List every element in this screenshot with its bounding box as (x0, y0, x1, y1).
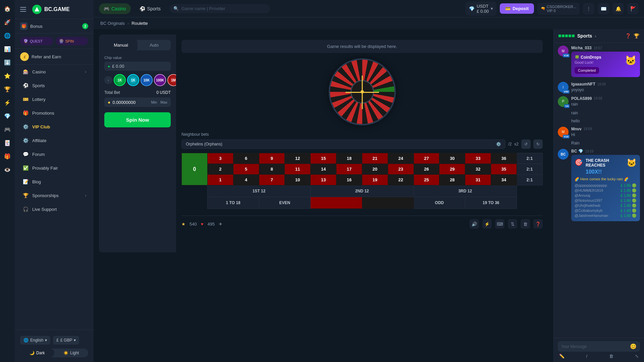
zero-cell[interactable]: 0 (182, 153, 208, 185)
flag-button[interactable]: 🚩 (627, 3, 639, 14)
help-icon[interactable]: ❓ (533, 219, 543, 229)
bonus-row[interactable]: 🎁 Bonus 2 (15, 19, 94, 34)
cell-18[interactable]: 18 (336, 153, 362, 164)
ratio-top[interactable]: 2:1 (517, 153, 542, 164)
trash-icon[interactable]: 🗑 (521, 219, 530, 229)
icon-trophy[interactable]: 🏆 (1, 83, 13, 95)
quest-button[interactable]: 🔮 QUEST (20, 37, 53, 45)
chat-clear-icon[interactable]: 🗑 (609, 354, 613, 359)
chat-slash-icon[interactable]: / (586, 354, 587, 359)
bet-black[interactable] (362, 197, 414, 209)
cell-29[interactable]: 29 (439, 164, 465, 175)
tab-casino[interactable]: 🎮 Casino (99, 3, 131, 14)
cell-32[interactable]: 32 (465, 164, 491, 175)
icon-star2[interactable]: ⭐ (1, 70, 13, 82)
icon-download[interactable]: ⬇️ (1, 56, 13, 68)
lightning-icon[interactable]: ⚡ (482, 219, 492, 229)
icon-home[interactable]: 🏠 (1, 3, 13, 15)
cell-27[interactable]: 27 (414, 153, 439, 164)
undo-btn[interactable]: ↺ (521, 139, 531, 149)
icon-present[interactable]: 🎁 (1, 150, 13, 162)
cell-20[interactable]: 20 (362, 164, 388, 175)
cell-25[interactable]: 25 (414, 175, 439, 185)
mail-button[interactable]: ✉️ (598, 3, 609, 14)
cell-3[interactable]: 3 (207, 153, 233, 164)
redo-btn[interactable]: ↻ (533, 139, 543, 149)
sidebar-item-sports[interactable]: ⚽ Sports (17, 79, 92, 92)
sidebar-item-casino[interactable]: 🎰 Casino › (17, 65, 92, 78)
cell-8[interactable]: 8 (259, 164, 285, 175)
sidebar-item-vip[interactable]: ⚙️ VIP Club (17, 120, 92, 133)
cell-19[interactable]: 19 (362, 175, 388, 185)
sidebar-item-provably-fair[interactable]: ✅ Provably Fair (17, 161, 92, 175)
theme-light-option[interactable]: ☀️ Light (54, 349, 89, 357)
bet-odd[interactable]: ODD (414, 197, 465, 209)
cell-13[interactable]: 13 (311, 175, 336, 185)
chip-1k-1[interactable]: 1K (114, 74, 126, 86)
sidebar-item-promotions[interactable]: 🎁 Promotions (17, 106, 92, 120)
share-icon[interactable]: ✈ (219, 222, 222, 227)
sidebar-item-live-support[interactable]: 🎧 Live Support (17, 202, 92, 216)
icon-globe[interactable]: 🌐 (1, 29, 13, 42)
cell-14[interactable]: 14 (311, 164, 336, 175)
cell-7[interactable]: 7 (259, 175, 285, 185)
cell-1[interactable]: 1 (207, 175, 233, 185)
icon-game[interactable]: 🎮 (1, 123, 13, 135)
chat-trophy-icon[interactable]: 🏆 (634, 33, 639, 39)
cell-5[interactable]: 5 (233, 164, 259, 175)
theme-dark-option[interactable]: 🌙 Dark (20, 349, 54, 357)
sidebar-item-affiliate[interactable]: ⚙️ Affiliate (17, 134, 92, 147)
tab-sports[interactable]: ⚽ Sports (135, 3, 165, 14)
hamburger-menu[interactable] (20, 6, 27, 13)
cell-12[interactable]: 12 (285, 153, 311, 164)
bet-1to18[interactable]: 1 TO 18 (207, 197, 259, 209)
chip-scroll-left[interactable]: ‹ (104, 76, 112, 84)
keyboard-icon[interactable]: ⌨ (495, 219, 504, 229)
cell-24[interactable]: 24 (388, 153, 414, 164)
cell-9[interactable]: 9 (259, 153, 285, 164)
icon-diamond[interactable]: 💎 (1, 110, 13, 122)
cell-36[interactable]: 36 (491, 153, 517, 164)
chip-1k-2[interactable]: 1K (127, 74, 139, 86)
chat-help-icon[interactable]: ❓ (625, 33, 631, 39)
second-12[interactable]: 2ND 12 (311, 185, 414, 197)
bet-min[interactable]: Min (151, 100, 157, 104)
cell-30[interactable]: 30 (439, 153, 465, 164)
sidebar-item-forum[interactable]: 💬 Forum (17, 147, 92, 161)
chat-edit-icon[interactable]: ✏️ (559, 354, 565, 359)
chat-expand-icon[interactable]: ⤡ (635, 354, 639, 359)
spin-button[interactable]: 🎡 SPIN (56, 37, 89, 45)
cell-34[interactable]: 34 (491, 175, 517, 185)
cell-15[interactable]: 15 (311, 153, 336, 164)
orphelins-select[interactable]: Orphelins (Orphans) ⚙️ (181, 139, 505, 149)
cell-16[interactable]: 16 (336, 175, 362, 185)
sidebar-item-blog[interactable]: 📝 Blog (17, 175, 92, 188)
chip-10k[interactable]: 10K (141, 74, 153, 86)
cell-28[interactable]: 28 (439, 175, 465, 185)
chip-100k[interactable]: 100K (154, 74, 166, 86)
promo-completed-btn[interactable]: Completed (575, 67, 599, 74)
first-12[interactable]: 1ST 12 (207, 185, 310, 197)
cell-4[interactable]: 4 (233, 175, 259, 185)
bet-max[interactable]: Max (160, 100, 167, 104)
emoji-button[interactable]: 😊 (630, 343, 637, 350)
icon-cards[interactable]: 🃏 (1, 137, 13, 149)
bet-even[interactable]: EVEN (259, 197, 311, 209)
cell-6[interactable]: 6 (233, 153, 259, 164)
notification-button[interactable]: 🔔 (612, 3, 624, 14)
tab-manual[interactable]: Manual (104, 40, 138, 50)
cell-10[interactable]: 10 (285, 175, 311, 185)
sidebar-item-lottery[interactable]: 🎫 Lottery (17, 93, 92, 106)
sidebar-item-sponsorships[interactable]: 🏆 Sponsorships › (17, 189, 92, 202)
cell-21[interactable]: 21 (362, 153, 388, 164)
cell-26[interactable]: 26 (414, 164, 439, 175)
currency-button[interactable]: £ £ GBP ▾ (53, 336, 79, 345)
stats-icon[interactable]: ⇅ (508, 219, 517, 229)
cell-17[interactable]: 17 (336, 164, 362, 175)
csgo-badge[interactable]: 🔫 CSGOBROKER... VIP 0 (537, 3, 580, 15)
ratio-mid[interactable]: 2:1 (517, 164, 542, 175)
refer-earn-item[interactable]: 💰 Refer and Earn (15, 49, 94, 65)
chat-message-input[interactable] (561, 344, 627, 349)
breadcrumb-parent[interactable]: BC Originals (100, 21, 125, 26)
third-12[interactable]: 3RD 12 (414, 185, 517, 197)
